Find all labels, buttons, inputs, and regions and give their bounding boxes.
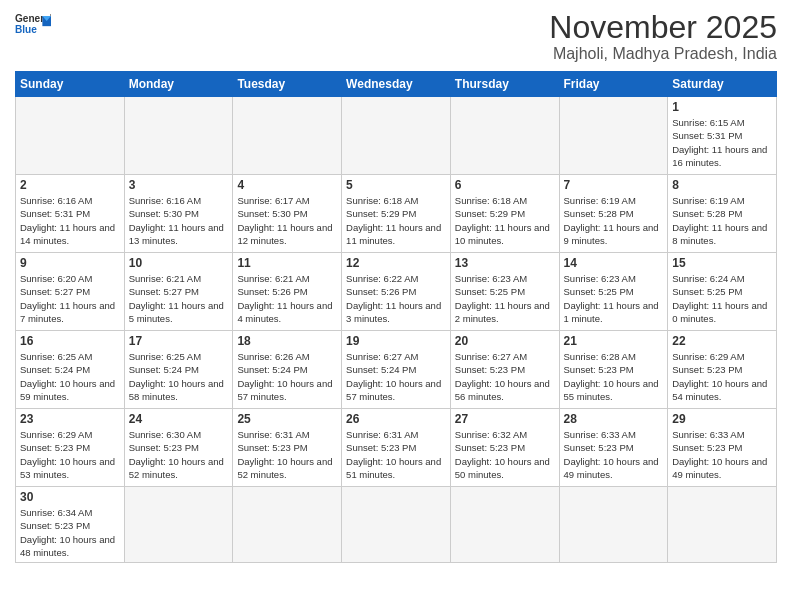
day-info: Sunrise: 6:17 AMSunset: 5:30 PMDaylight:… [237, 194, 337, 247]
header-saturday: Saturday [668, 72, 777, 97]
day-number: 30 [20, 490, 120, 504]
day-info: Sunrise: 6:18 AMSunset: 5:29 PMDaylight:… [455, 194, 555, 247]
calendar-cell: 22Sunrise: 6:29 AMSunset: 5:23 PMDayligh… [668, 331, 777, 409]
day-number: 1 [672, 100, 772, 114]
calendar-cell: 15Sunrise: 6:24 AMSunset: 5:25 PMDayligh… [668, 253, 777, 331]
day-number: 26 [346, 412, 446, 426]
logo: General Blue [15, 10, 51, 38]
calendar-cell [559, 487, 668, 563]
header-tuesday: Tuesday [233, 72, 342, 97]
day-info: Sunrise: 6:27 AMSunset: 5:24 PMDaylight:… [346, 350, 446, 403]
location-subtitle: Majholi, Madhya Pradesh, India [549, 45, 777, 63]
day-info: Sunrise: 6:18 AMSunset: 5:29 PMDaylight:… [346, 194, 446, 247]
calendar-week-row: 2Sunrise: 6:16 AMSunset: 5:31 PMDaylight… [16, 175, 777, 253]
day-number: 17 [129, 334, 229, 348]
day-number: 6 [455, 178, 555, 192]
header-friday: Friday [559, 72, 668, 97]
calendar-cell: 1Sunrise: 6:15 AMSunset: 5:31 PMDaylight… [668, 97, 777, 175]
svg-text:Blue: Blue [15, 24, 37, 35]
page: General Blue November 2025 Majholi, Madh… [0, 0, 792, 612]
day-info: Sunrise: 6:15 AMSunset: 5:31 PMDaylight:… [672, 116, 772, 169]
calendar-cell: 8Sunrise: 6:19 AMSunset: 5:28 PMDaylight… [668, 175, 777, 253]
day-info: Sunrise: 6:34 AMSunset: 5:23 PMDaylight:… [20, 506, 120, 559]
day-number: 14 [564, 256, 664, 270]
header-wednesday: Wednesday [342, 72, 451, 97]
calendar-cell: 5Sunrise: 6:18 AMSunset: 5:29 PMDaylight… [342, 175, 451, 253]
calendar-week-row: 30Sunrise: 6:34 AMSunset: 5:23 PMDayligh… [16, 487, 777, 563]
day-info: Sunrise: 6:21 AMSunset: 5:27 PMDaylight:… [129, 272, 229, 325]
day-number: 9 [20, 256, 120, 270]
day-info: Sunrise: 6:27 AMSunset: 5:23 PMDaylight:… [455, 350, 555, 403]
header: General Blue November 2025 Majholi, Madh… [15, 10, 777, 63]
calendar-cell: 30Sunrise: 6:34 AMSunset: 5:23 PMDayligh… [16, 487, 125, 563]
day-info: Sunrise: 6:29 AMSunset: 5:23 PMDaylight:… [20, 428, 120, 481]
calendar-cell: 13Sunrise: 6:23 AMSunset: 5:25 PMDayligh… [450, 253, 559, 331]
day-info: Sunrise: 6:19 AMSunset: 5:28 PMDaylight:… [564, 194, 664, 247]
calendar-cell: 25Sunrise: 6:31 AMSunset: 5:23 PMDayligh… [233, 409, 342, 487]
calendar-cell: 6Sunrise: 6:18 AMSunset: 5:29 PMDaylight… [450, 175, 559, 253]
day-number: 3 [129, 178, 229, 192]
calendar-header-row: Sunday Monday Tuesday Wednesday Thursday… [16, 72, 777, 97]
day-number: 29 [672, 412, 772, 426]
calendar-cell: 16Sunrise: 6:25 AMSunset: 5:24 PMDayligh… [16, 331, 125, 409]
header-sunday: Sunday [16, 72, 125, 97]
calendar-cell [668, 487, 777, 563]
day-number: 7 [564, 178, 664, 192]
calendar-cell [233, 487, 342, 563]
calendar-cell: 19Sunrise: 6:27 AMSunset: 5:24 PMDayligh… [342, 331, 451, 409]
calendar-table: Sunday Monday Tuesday Wednesday Thursday… [15, 71, 777, 563]
day-number: 18 [237, 334, 337, 348]
calendar-cell: 24Sunrise: 6:30 AMSunset: 5:23 PMDayligh… [124, 409, 233, 487]
calendar-cell: 26Sunrise: 6:31 AMSunset: 5:23 PMDayligh… [342, 409, 451, 487]
header-monday: Monday [124, 72, 233, 97]
calendar-cell [16, 97, 125, 175]
day-number: 20 [455, 334, 555, 348]
day-number: 23 [20, 412, 120, 426]
day-info: Sunrise: 6:28 AMSunset: 5:23 PMDaylight:… [564, 350, 664, 403]
day-number: 21 [564, 334, 664, 348]
day-info: Sunrise: 6:30 AMSunset: 5:23 PMDaylight:… [129, 428, 229, 481]
day-info: Sunrise: 6:21 AMSunset: 5:26 PMDaylight:… [237, 272, 337, 325]
day-number: 2 [20, 178, 120, 192]
day-number: 19 [346, 334, 446, 348]
calendar-cell: 18Sunrise: 6:26 AMSunset: 5:24 PMDayligh… [233, 331, 342, 409]
day-number: 12 [346, 256, 446, 270]
calendar-cell: 10Sunrise: 6:21 AMSunset: 5:27 PMDayligh… [124, 253, 233, 331]
day-number: 5 [346, 178, 446, 192]
header-thursday: Thursday [450, 72, 559, 97]
day-number: 27 [455, 412, 555, 426]
logo-icon: General Blue [15, 10, 51, 38]
calendar-week-row: 1Sunrise: 6:15 AMSunset: 5:31 PMDaylight… [16, 97, 777, 175]
day-number: 8 [672, 178, 772, 192]
calendar-cell: 7Sunrise: 6:19 AMSunset: 5:28 PMDaylight… [559, 175, 668, 253]
day-number: 25 [237, 412, 337, 426]
calendar-cell [450, 97, 559, 175]
day-info: Sunrise: 6:20 AMSunset: 5:27 PMDaylight:… [20, 272, 120, 325]
calendar-cell [342, 487, 451, 563]
day-info: Sunrise: 6:32 AMSunset: 5:23 PMDaylight:… [455, 428, 555, 481]
day-info: Sunrise: 6:29 AMSunset: 5:23 PMDaylight:… [672, 350, 772, 403]
month-year-title: November 2025 [549, 10, 777, 45]
day-info: Sunrise: 6:16 AMSunset: 5:31 PMDaylight:… [20, 194, 120, 247]
calendar-cell: 12Sunrise: 6:22 AMSunset: 5:26 PMDayligh… [342, 253, 451, 331]
calendar-cell: 20Sunrise: 6:27 AMSunset: 5:23 PMDayligh… [450, 331, 559, 409]
day-number: 24 [129, 412, 229, 426]
day-info: Sunrise: 6:25 AMSunset: 5:24 PMDaylight:… [20, 350, 120, 403]
calendar-cell: 23Sunrise: 6:29 AMSunset: 5:23 PMDayligh… [16, 409, 125, 487]
calendar-cell: 9Sunrise: 6:20 AMSunset: 5:27 PMDaylight… [16, 253, 125, 331]
title-block: November 2025 Majholi, Madhya Pradesh, I… [549, 10, 777, 63]
calendar-cell: 2Sunrise: 6:16 AMSunset: 5:31 PMDaylight… [16, 175, 125, 253]
day-info: Sunrise: 6:22 AMSunset: 5:26 PMDaylight:… [346, 272, 446, 325]
calendar-week-row: 16Sunrise: 6:25 AMSunset: 5:24 PMDayligh… [16, 331, 777, 409]
calendar-cell [124, 97, 233, 175]
calendar-cell: 29Sunrise: 6:33 AMSunset: 5:23 PMDayligh… [668, 409, 777, 487]
day-number: 15 [672, 256, 772, 270]
calendar-cell: 11Sunrise: 6:21 AMSunset: 5:26 PMDayligh… [233, 253, 342, 331]
calendar-cell: 4Sunrise: 6:17 AMSunset: 5:30 PMDaylight… [233, 175, 342, 253]
calendar-cell [342, 97, 451, 175]
day-info: Sunrise: 6:26 AMSunset: 5:24 PMDaylight:… [237, 350, 337, 403]
day-info: Sunrise: 6:19 AMSunset: 5:28 PMDaylight:… [672, 194, 772, 247]
day-number: 22 [672, 334, 772, 348]
calendar-cell [233, 97, 342, 175]
day-info: Sunrise: 6:31 AMSunset: 5:23 PMDaylight:… [346, 428, 446, 481]
